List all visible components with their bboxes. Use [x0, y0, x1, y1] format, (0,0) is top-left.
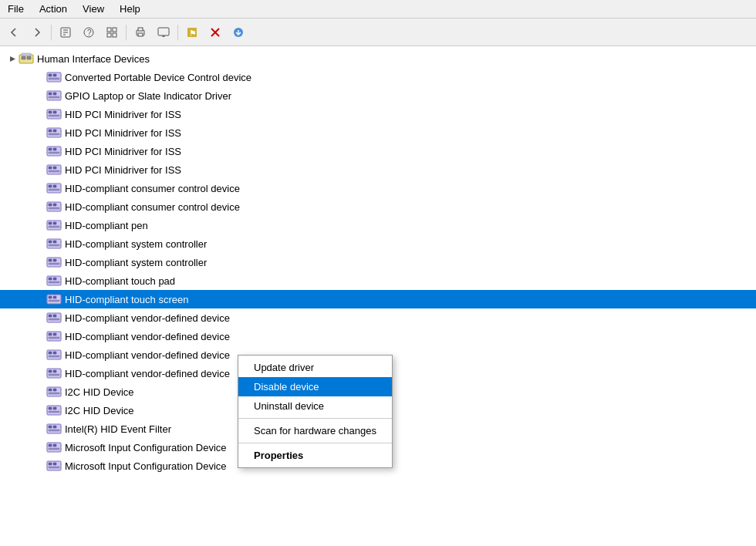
svg-rect-141 [49, 337, 59, 339]
device-icon [46, 126, 62, 139]
ctx-item-scan-hardware[interactable]: Scan for hardware changes [238, 421, 392, 440]
svg-rect-173 [49, 411, 59, 413]
menu-view[interactable]: View [75, 2, 112, 16]
svg-rect-27 [49, 74, 52, 76]
device-icon [46, 71, 62, 83]
device-icon [46, 423, 62, 435]
properties-button[interactable] [55, 22, 76, 43]
device-label: Intel(R) HID Event Filter [65, 423, 171, 435]
svg-rect-195 [49, 463, 52, 465]
svg-rect-101 [49, 244, 59, 246]
device-icon [46, 108, 62, 120]
help-button[interactable]: ? [78, 22, 100, 43]
svg-rect-165 [49, 393, 59, 394]
tree-item[interactable]: HID PCI Minidriver for ISS [0, 105, 756, 123]
svg-rect-61 [49, 152, 59, 153]
print-button[interactable] [130, 22, 151, 43]
device-icon [46, 201, 62, 213]
svg-rect-11 [138, 28, 143, 31]
monitor-button[interactable] [153, 22, 174, 43]
ctx-item-update-driver[interactable]: Update driver [238, 358, 392, 377]
tree-item[interactable]: HID-compliant touch screen [0, 290, 756, 308]
device-icon [46, 460, 62, 472]
tree-item[interactable]: HID-compliant touch pad [0, 271, 756, 290]
tree-root-hid[interactable]: Human Interface Devices [0, 49, 756, 68]
svg-rect-75 [49, 185, 52, 187]
svg-rect-148 [53, 352, 56, 354]
svg-rect-59 [49, 148, 52, 150]
device-label: HID-compliant consumer control device [65, 183, 240, 194]
svg-text:⚑: ⚑ [189, 29, 197, 38]
svg-rect-115 [49, 278, 52, 280]
device-icon [46, 163, 62, 176]
device-label: Converted Portable Device Control device [65, 72, 251, 83]
ctx-item-uninstall-device[interactable]: Uninstall device [238, 396, 392, 416]
device-label: HID-compliant vendor-defined device [65, 349, 230, 361]
device-label: Microsoft Input Configuration Device [65, 442, 227, 453]
device-label: HID-compliant vendor-defined device [65, 368, 230, 379]
svg-rect-35 [49, 93, 52, 95]
ctx-item-disable-device[interactable]: Disable device [238, 377, 392, 396]
device-icon [46, 404, 62, 416]
device-label: I2C HID Device [65, 405, 134, 416]
svg-rect-24 [27, 56, 31, 59]
svg-rect-36 [53, 93, 56, 95]
tree-item[interactable]: HID PCI Minidriver for ISS [0, 160, 756, 179]
tree-item[interactable]: HID-compliant system controller [0, 234, 756, 253]
tree-item[interactable]: HID-compliant pen [0, 216, 756, 234]
expand-toggle-hid[interactable] [6, 52, 19, 65]
device-icon [46, 219, 62, 231]
svg-rect-196 [53, 463, 56, 465]
tree-item[interactable]: HID-compliant system controller [0, 253, 756, 271]
menu-action[interactable]: Action [32, 2, 75, 16]
remove-button[interactable] [204, 22, 226, 43]
device-icon [46, 386, 62, 398]
ctx-item-properties[interactable]: Properties [238, 446, 392, 465]
svg-rect-124 [53, 296, 56, 298]
tree-item[interactable]: HID-compliant vendor-defined device [0, 327, 756, 345]
svg-rect-133 [49, 318, 59, 320]
category-icon [19, 52, 34, 65]
svg-rect-197 [49, 467, 59, 468]
svg-rect-116 [53, 278, 56, 280]
tree-item[interactable]: HID PCI Minidriver for ISS [0, 123, 756, 142]
back-button[interactable] [3, 22, 25, 43]
device-icon [46, 256, 62, 268]
svg-rect-157 [49, 374, 59, 376]
svg-rect-51 [49, 130, 52, 132]
svg-rect-172 [53, 407, 56, 410]
detail-button[interactable] [101, 22, 123, 43]
device-icon [46, 367, 62, 379]
forward-button[interactable] [26, 22, 48, 43]
svg-rect-6 [107, 28, 111, 32]
uninstall-button[interactable]: ⚑ [181, 22, 203, 43]
svg-marker-21 [10, 56, 15, 62]
tree-item[interactable]: GPIO Laptop or Slate Indicator Driver [0, 86, 756, 105]
svg-rect-99 [49, 241, 52, 243]
tree-item[interactable]: HID-compliant consumer control device [0, 179, 756, 197]
download-button[interactable] [228, 22, 249, 43]
svg-rect-22 [19, 55, 33, 63]
menu-file[interactable]: File [0, 2, 32, 16]
svg-rect-188 [53, 444, 56, 447]
device-icon [46, 312, 62, 324]
svg-rect-52 [53, 130, 56, 132]
tree-item[interactable]: HID PCI Minidriver for ISS [0, 142, 756, 160]
tree-item[interactable]: HID-compliant vendor-defined device [0, 308, 756, 327]
svg-rect-187 [49, 444, 52, 447]
menu-help[interactable]: Help [112, 2, 148, 16]
svg-rect-140 [53, 333, 56, 335]
svg-rect-155 [49, 370, 52, 372]
toolbar-separator-3 [177, 25, 178, 40]
svg-rect-93 [49, 226, 59, 228]
svg-rect-68 [53, 167, 56, 169]
tree-item[interactable]: Converted Portable Device Control device [0, 68, 756, 86]
tree-item[interactable]: HID-compliant consumer control device [0, 197, 756, 216]
svg-rect-147 [49, 352, 52, 354]
svg-rect-7 [113, 28, 116, 32]
svg-rect-131 [49, 315, 52, 317]
svg-rect-44 [53, 111, 56, 113]
svg-rect-108 [53, 259, 56, 261]
device-label: HID PCI Minidriver for ISS [65, 127, 181, 139]
svg-rect-189 [49, 448, 59, 450]
